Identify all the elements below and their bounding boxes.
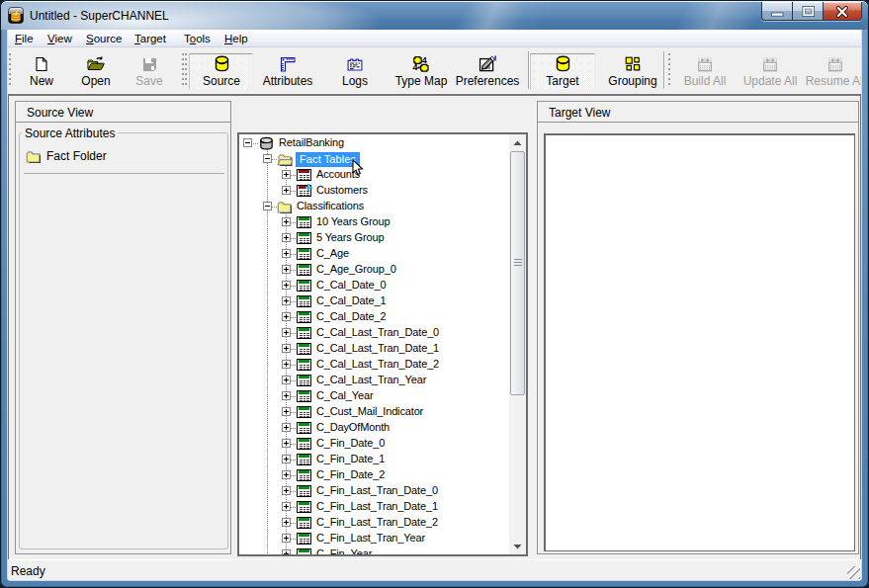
svg-text:4: 4 <box>413 62 418 72</box>
svg-text:4: 4 <box>422 55 427 65</box>
